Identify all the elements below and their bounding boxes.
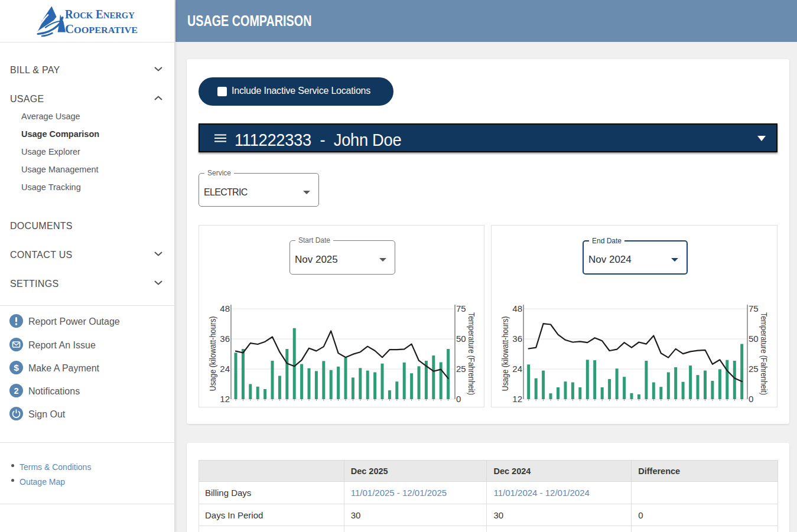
svg-text:COOPERATIVE: COOPERATIVE: [65, 22, 138, 35]
svg-text:48: 48: [512, 303, 522, 314]
svg-text:25: 25: [456, 364, 466, 374]
svg-text:Usage (kilowatt-hours): Usage (kilowatt-hours): [207, 316, 217, 391]
svg-text:2: 2: [14, 386, 18, 396]
svg-text:24: 24: [220, 364, 230, 374]
svg-text:36: 36: [512, 334, 522, 344]
svg-text:12: 12: [220, 394, 230, 404]
svg-text:75: 75: [749, 303, 759, 314]
svg-text:0: 0: [456, 394, 461, 404]
svg-text:Temperature (Fahrenheit): Temperature (Fahrenheit): [759, 312, 769, 395]
svg-text:48: 48: [220, 303, 230, 314]
svg-text:36: 36: [220, 334, 230, 344]
svg-text:24: 24: [512, 364, 522, 374]
svg-text:25: 25: [749, 364, 759, 374]
svg-text:50: 50: [749, 334, 759, 344]
svg-text:ROCK ENERGY: ROCK ENERGY: [65, 8, 135, 21]
svg-text:75: 75: [456, 303, 466, 314]
svg-text:0: 0: [749, 394, 753, 404]
svg-text:Temperature (Fahrenheit): Temperature (Fahrenheit): [467, 312, 477, 395]
svg-text:12: 12: [512, 394, 522, 404]
svg-text:Usage (kilowatt-hours): Usage (kilowatt-hours): [500, 316, 510, 391]
svg-text:50: 50: [456, 334, 466, 344]
svg-text:$: $: [14, 363, 19, 373]
